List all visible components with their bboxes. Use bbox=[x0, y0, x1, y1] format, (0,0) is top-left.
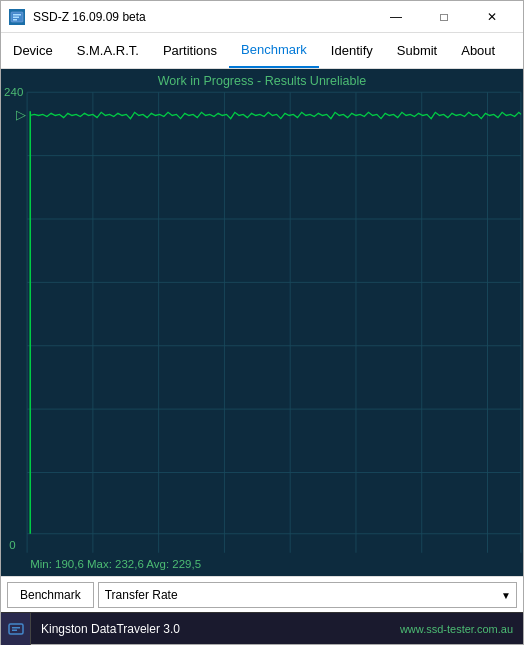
app-window: SSD-Z 16.09.09 beta — □ ✕ Device S.M.A.R… bbox=[0, 0, 524, 645]
benchmark-button[interactable]: Benchmark bbox=[7, 582, 94, 608]
status-device-name: Kingston DataTraveler 3.0 bbox=[31, 622, 390, 636]
menu-bar: Device S.M.A.R.T. Partitions Benchmark I… bbox=[1, 33, 523, 69]
menu-item-smart[interactable]: S.M.A.R.T. bbox=[65, 33, 151, 68]
svg-rect-3 bbox=[13, 19, 17, 21]
chart-type-select[interactable]: Transfer Rate IOPS Access Time bbox=[98, 582, 517, 608]
status-icon bbox=[1, 613, 31, 645]
chart-area: 240 0 ▷ Work in Progress - Results Unrel… bbox=[1, 69, 523, 576]
status-url: www.ssd-tester.com.au bbox=[390, 623, 523, 635]
chart-svg: 240 0 ▷ Work in Progress - Results Unrel… bbox=[1, 69, 523, 576]
menu-item-about[interactable]: About bbox=[449, 33, 507, 68]
bottom-bar: Benchmark Transfer Rate IOPS Access Time… bbox=[1, 576, 523, 612]
svg-rect-2 bbox=[13, 16, 19, 18]
svg-rect-28 bbox=[9, 624, 23, 634]
dropdown-wrapper: Transfer Rate IOPS Access Time ▼ bbox=[98, 582, 517, 608]
menu-item-identify[interactable]: Identify bbox=[319, 33, 385, 68]
svg-text:Min: 190,6  Max: 232,6  Avg: 2: Min: 190,6 Max: 232,6 Avg: 229,5 bbox=[30, 557, 201, 569]
window-controls: — □ ✕ bbox=[373, 3, 515, 31]
svg-rect-30 bbox=[12, 629, 17, 631]
title-bar: SSD-Z 16.09.09 beta — □ ✕ bbox=[1, 1, 523, 33]
menu-item-submit[interactable]: Submit bbox=[385, 33, 449, 68]
maximize-button[interactable]: □ bbox=[421, 3, 467, 31]
app-icon bbox=[9, 9, 25, 25]
minimize-button[interactable]: — bbox=[373, 3, 419, 31]
svg-text:240: 240 bbox=[4, 86, 23, 98]
window-title: SSD-Z 16.09.09 beta bbox=[33, 10, 146, 24]
close-button[interactable]: ✕ bbox=[469, 3, 515, 31]
svg-text:Work in Progress - Results Unr: Work in Progress - Results Unreliable bbox=[158, 74, 367, 88]
svg-rect-1 bbox=[13, 14, 21, 16]
menu-item-device[interactable]: Device bbox=[1, 33, 65, 68]
menu-item-partitions[interactable]: Partitions bbox=[151, 33, 229, 68]
svg-text:0: 0 bbox=[9, 538, 15, 550]
svg-rect-29 bbox=[12, 627, 20, 629]
menu-item-benchmark[interactable]: Benchmark bbox=[229, 33, 319, 68]
svg-text:▷: ▷ bbox=[16, 108, 26, 122]
svg-rect-4 bbox=[1, 69, 523, 576]
title-bar-left: SSD-Z 16.09.09 beta bbox=[9, 9, 146, 25]
status-bar: Kingston DataTraveler 3.0 www.ssd-tester… bbox=[1, 612, 523, 644]
